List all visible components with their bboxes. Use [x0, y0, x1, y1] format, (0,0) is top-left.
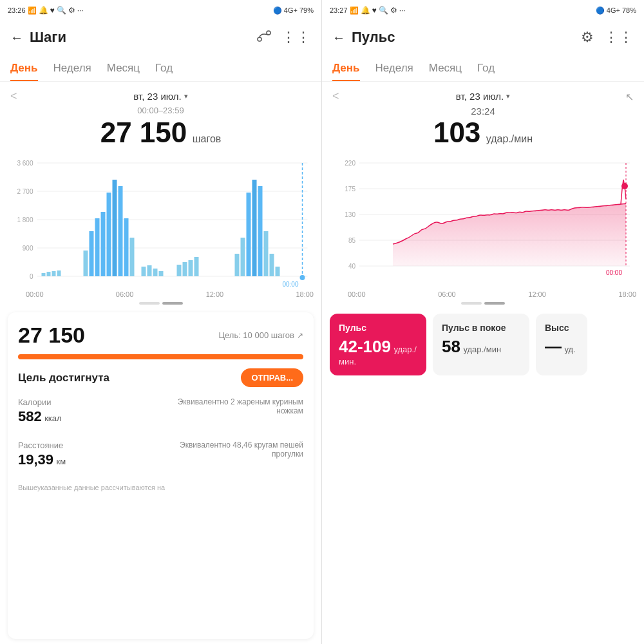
high-pulse-title: Высс	[545, 323, 578, 333]
network-icon: 4G+	[284, 6, 298, 14]
goal-achieved-text: Цель достигнута	[18, 372, 109, 384]
steps-total: 27 150	[18, 323, 85, 348]
steps-value-container: 27 150 шагов	[0, 117, 321, 154]
tab-day-left[interactable]: День	[10, 55, 38, 81]
back-button-left[interactable]: ←	[10, 30, 23, 45]
svg-rect-20	[107, 193, 111, 276]
high-pulse-value-group: — уд.	[545, 337, 578, 357]
tab-year-left[interactable]: Год	[155, 55, 173, 81]
back-button-right[interactable]: ←	[332, 30, 345, 45]
svg-rect-22	[118, 186, 123, 276]
svg-text:2 700: 2 700	[17, 188, 33, 195]
resting-pulse-title: Пульс в покое	[442, 323, 520, 333]
steps-unit: шагов	[193, 133, 222, 144]
expand-icon[interactable]: ↖	[625, 91, 634, 103]
bluetooth-icon: 🔵	[273, 6, 282, 15]
external-link-icon[interactable]: ↗	[297, 331, 303, 340]
svg-rect-36	[252, 180, 257, 276]
svg-rect-26	[147, 265, 152, 276]
app-header-right: ← Пульс ⚙ ⋮⋮	[322, 19, 644, 55]
svg-rect-16	[84, 251, 88, 276]
status-left-right: 23:27 📶 🔔 ♥ 🔍 ⚙ ···	[330, 6, 406, 15]
status-right-left: 🔵 4G+ 79%	[273, 6, 314, 15]
svg-rect-33	[235, 254, 240, 276]
time-right: 23:27	[330, 6, 348, 14]
more-icon: ···	[77, 6, 84, 15]
svg-text:3 600: 3 600	[17, 160, 33, 167]
calories-value: 582	[18, 408, 42, 424]
date-nav-left: < вт, 23 июл. ▾	[0, 82, 321, 104]
distance-stat: Расстояние 19,39 км	[18, 440, 157, 468]
goal-label: Цель: 10 000 шагов ↗	[218, 330, 303, 340]
pulse-range-value-group: 42-109 удар./	[339, 337, 417, 357]
tabs-right: День Неделя Месяц Год	[322, 55, 644, 82]
tab-month-right[interactable]: Месяц	[429, 55, 462, 81]
pulse-range-title: Пульс	[339, 323, 417, 333]
resting-pulse-card[interactable]: Пульс в покое 58 удар./мин	[433, 314, 529, 375]
battery-left: 79%	[299, 6, 314, 14]
disclaimer: Вышеуказанные данные рассчитываются на	[18, 484, 303, 491]
steps-screen: 23:26 📶 🔔 ♥ 🔍 ⚙ ··· 🔵 4G+ 79% ← Шаги	[0, 0, 322, 644]
high-pulse-card[interactable]: Высс — уд.	[536, 314, 587, 375]
svg-text:900: 900	[23, 245, 33, 252]
svg-rect-15	[57, 270, 61, 276]
app-title-left: Шаги	[30, 29, 66, 46]
svg-text:00:00: 00:00	[606, 269, 622, 276]
tab-year-right[interactable]: Год	[477, 55, 495, 81]
more-options-icon-right[interactable]: ⋮⋮	[604, 29, 634, 46]
date-dropdown-icon-left[interactable]: ▾	[184, 92, 188, 100]
tab-month-left[interactable]: Месяц	[107, 55, 140, 81]
pulse-range-card[interactable]: Пульс 42-109 удар./ мин.	[330, 314, 426, 375]
svg-rect-24	[130, 238, 135, 276]
search-icon-right: 🔍	[379, 6, 388, 15]
svg-rect-38	[264, 231, 269, 276]
pulse-chart: 220 175 130 85 40	[322, 154, 644, 299]
date-dropdown-icon-right[interactable]: ▾	[506, 92, 510, 100]
send-button[interactable]: ОТПРАВ...	[241, 368, 303, 387]
svg-rect-28	[159, 271, 164, 276]
date-prev-left[interactable]: <	[10, 90, 17, 103]
svg-rect-27	[153, 269, 158, 276]
svg-rect-29	[177, 265, 182, 276]
network-icon-right: 4G+	[607, 6, 620, 14]
date-label-left: вт, 23 июл. ▾	[133, 91, 187, 102]
pulse-range-value: 42-109	[339, 337, 391, 356]
status-bar-left: 23:26 📶 🔔 ♥ 🔍 ⚙ ··· 🔵 4G+ 79%	[0, 0, 321, 19]
svg-text:1 800: 1 800	[17, 216, 33, 223]
pulse-range-unit: удар./	[393, 345, 416, 354]
health-icon: ♥	[50, 6, 55, 15]
distance-equivalent: Эквивалентно 48,46 кругам пешей прогулки	[165, 440, 304, 468]
time-range-left: 00:00–23:59	[0, 106, 321, 115]
chart-x-labels-left: 00:00 06:00 12:00 18:00	[0, 289, 321, 299]
pulse-cards-container: Пульс 42-109 удар./ мин. Пульс в покое 5…	[322, 307, 644, 382]
svg-text:40: 40	[348, 263, 356, 270]
svg-rect-25	[142, 267, 146, 276]
pulse-range-unit2: мин.	[339, 357, 417, 366]
notifications-icon-right: 🔔	[361, 6, 370, 15]
high-pulse-unit: уд.	[564, 345, 575, 354]
svg-rect-19	[101, 212, 106, 276]
header-icons-left: ⋮⋮	[257, 29, 311, 46]
app-title-right: Пульс	[352, 29, 395, 46]
chart-x-labels-right: 00:00 06:00 12:00 18:00	[322, 289, 644, 299]
tab-week-right[interactable]: Неделя	[375, 55, 413, 81]
resting-pulse-value-group: 58 удар./мин	[442, 337, 520, 357]
tab-day-right[interactable]: День	[332, 55, 360, 81]
notifications-icon: 🔔	[39, 6, 48, 15]
route-icon[interactable]	[257, 30, 271, 45]
svg-rect-17	[90, 231, 94, 276]
svg-rect-13	[47, 272, 51, 276]
date-label-right: вт, 23 июл. ▾	[456, 91, 510, 102]
date-prev-right[interactable]: <	[332, 90, 339, 103]
settings-gear-icon[interactable]: ⚙	[581, 29, 594, 46]
steps-chart-svg: 3 600 2 700 1 800 900 0	[0, 154, 321, 289]
pulse-chart-svg: 220 175 130 85 40	[322, 154, 644, 289]
resting-pulse-unit: удар./мин	[463, 345, 501, 354]
tab-week-left[interactable]: Неделя	[53, 55, 91, 81]
svg-rect-12	[42, 273, 46, 276]
signal-icon: 📶	[28, 6, 37, 15]
header-icons-right: ⚙ ⋮⋮	[581, 29, 634, 46]
calories-equivalent: Эквивалентно 2 жареным куриным ножкам	[165, 397, 304, 425]
calories-stat: Калории 582 ккал	[18, 397, 157, 425]
more-options-icon-left[interactable]: ⋮⋮	[281, 29, 311, 46]
